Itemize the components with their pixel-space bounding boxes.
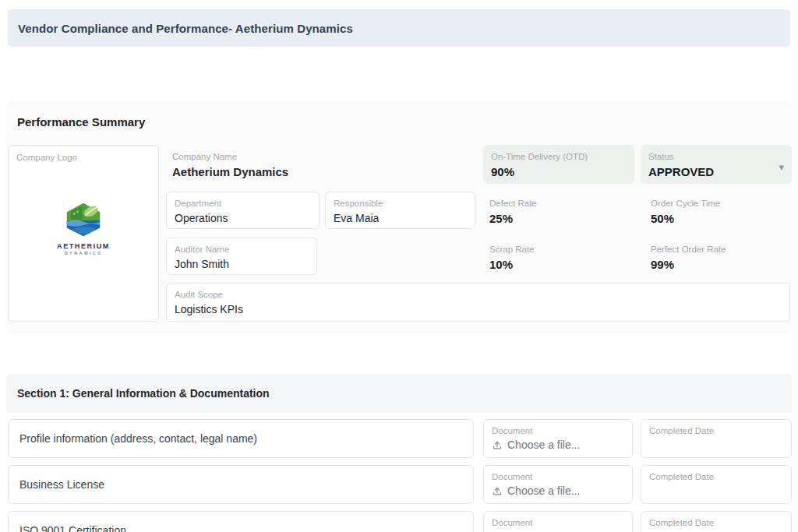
company-name-label: Company Name: [172, 151, 453, 162]
document-label: Document: [492, 425, 624, 436]
department-field[interactable]: Department Operations: [166, 192, 320, 229]
company-name-value: Aetherium Dynamics: [172, 165, 453, 179]
perfect-order-rate-metric: Perfect Order Rate 99%: [651, 244, 726, 272]
order-cycle-time-metric: Order Cycle Time 50%: [651, 198, 720, 226]
performance-summary-heading: Performance Summary: [17, 115, 145, 129]
company-name-field[interactable]: Company Name Aetherium Dynamics: [172, 151, 453, 179]
auditor-name-value: John Smith: [175, 258, 309, 271]
department-label: Department: [175, 198, 311, 209]
status-value: APPROVED: [648, 165, 784, 179]
document-upload-field[interactable]: Document Choose a file...: [483, 465, 633, 504]
company-logo-label: Company Logo: [16, 152, 150, 163]
order-cycle-time-value: 50%: [651, 212, 720, 226]
completed-date-label: Completed Date: [649, 425, 783, 436]
perfect-order-rate-value: 99%: [651, 258, 726, 272]
scrap-rate-value: 10%: [489, 258, 535, 272]
scrap-rate-label: Scrap Rate: [489, 244, 535, 255]
status-dropdown[interactable]: Status APPROVED ▾: [641, 145, 792, 184]
completed-date-label: Completed Date: [649, 517, 783, 528]
auditor-name-label: Auditor Name: [175, 244, 309, 255]
responsible-value: Eva Maia: [334, 212, 467, 225]
section1-header-bar: Section 1: General Information & Documen…: [6, 374, 792, 413]
department-value: Operations: [175, 212, 311, 225]
perfect-order-rate-label: Perfect Order Rate: [651, 244, 726, 255]
choose-file-text: Choose a file...: [507, 439, 580, 451]
completed-date-field[interactable]: Completed Date: [641, 511, 792, 532]
defect-rate-label: Defect Rate: [489, 198, 537, 209]
company-logo: AETHERIUM DYNAMICS: [9, 202, 158, 255]
upload-icon: [492, 439, 503, 450]
logo-brand-sub: DYNAMICS: [9, 251, 158, 255]
defect-rate-metric: Defect Rate 25%: [489, 198, 537, 226]
otd-value: 90%: [491, 165, 627, 179]
vendor-compliance-page: Vendor Compliance and Performance- Aethe…: [0, 0, 798, 532]
auditor-name-field[interactable]: Auditor Name John Smith: [166, 238, 317, 275]
document-upload-field[interactable]: Document Choose a file...: [483, 419, 633, 458]
audit-scope-value: Logistics KPIs: [175, 303, 782, 316]
page-header-bar: Vendor Compliance and Performance- Aethe…: [8, 9, 790, 47]
performance-summary-section: Performance Summary Company Logo AETHERI…: [6, 101, 792, 333]
completed-date-field[interactable]: Completed Date: [641, 419, 792, 458]
doc-row-label-iso-9001: ISO 9001 Certification: [8, 511, 474, 532]
defect-rate-value: 25%: [489, 212, 537, 226]
completed-date-label: Completed Date: [649, 471, 783, 482]
audit-scope-field[interactable]: Audit Scope Logistics KPIs: [166, 283, 790, 322]
page-title: Vendor Compliance and Performance- Aethe…: [18, 22, 353, 35]
company-logo-icon: [62, 202, 104, 238]
doc-row-label-profile-information: Profile information (address, contact, l…: [8, 419, 474, 458]
section1-heading: Section 1: General Information & Documen…: [17, 387, 270, 400]
completed-date-field[interactable]: Completed Date: [641, 465, 792, 504]
otd-label: On-Time Delivery (OTD): [491, 151, 627, 162]
upload-icon: [492, 485, 503, 496]
document-upload-field[interactable]: Document Choose a file...: [483, 511, 633, 532]
company-logo-box: Company Logo AETHERIUM DYNAMICS: [8, 145, 159, 322]
document-label: Document: [492, 517, 624, 528]
scrap-rate-metric: Scrap Rate 10%: [489, 244, 535, 272]
logo-brand-name: AETHERIUM: [9, 242, 158, 250]
document-label: Document: [492, 471, 624, 482]
responsible-field[interactable]: Responsible Eva Maia: [325, 192, 475, 229]
chevron-down-icon: ▾: [779, 162, 784, 172]
doc-row-label-business-license: Business License: [8, 465, 474, 504]
audit-scope-label: Audit Scope: [175, 289, 782, 300]
otd-field[interactable]: On-Time Delivery (OTD) 90%: [483, 145, 634, 184]
status-label: Status: [648, 151, 784, 162]
order-cycle-time-label: Order Cycle Time: [651, 198, 720, 209]
responsible-label: Responsible: [334, 198, 467, 209]
choose-file-text: Choose a file...: [507, 484, 580, 497]
